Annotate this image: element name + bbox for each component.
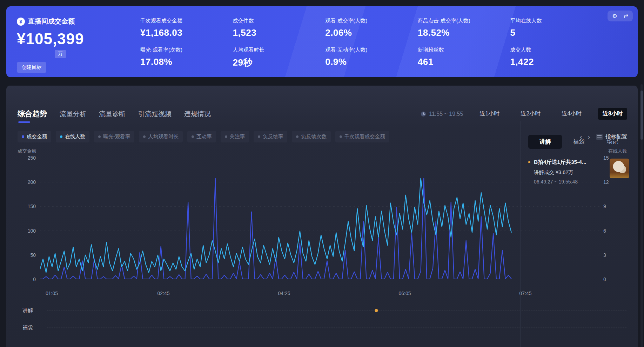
series-dot-icon (225, 135, 227, 138)
pill-label: 曝光-观看率 (103, 133, 130, 140)
metric-pills-scroller[interactable]: 成交金额 在线人数 曝光-观看率 人均观看时长 互动率 关注率 负反馈率 (18, 131, 575, 142)
metric-label: 观看-互动率(人数) (325, 47, 411, 53)
pill-negative-feedback-count[interactable]: 负反馈次数 (292, 131, 331, 142)
series-dot-icon (296, 135, 298, 138)
pill-avg-watch-time[interactable]: 人均观看时长 (139, 131, 183, 142)
card-tools: ⚙ ⇄ (608, 11, 633, 21)
series-dot-icon (192, 135, 194, 138)
explain-gmv: 讲解成交 ¥3.62万 (534, 169, 606, 176)
metric-cell: 成交人数 1,422 (510, 47, 596, 69)
tab-short-video[interactable]: 引流短视频 (138, 109, 172, 122)
product-title: B拍4斤送1斤共35-4... (534, 159, 606, 166)
metric-value: 1,523 (233, 27, 318, 38)
pill-follow-rate[interactable]: 关注率 (221, 131, 249, 142)
metric-value: 461 (418, 56, 503, 67)
side-tab-luckybag[interactable]: 福袋 (562, 135, 596, 149)
side-panel: 讲解 福袋 场记 B拍4斤送1斤共35-4... 讲解成交 ¥3.62万 06:… (520, 121, 638, 347)
metric-value: 2.06% (325, 27, 411, 38)
product-thumbnail (610, 159, 629, 178)
metric-value: 1,422 (510, 56, 596, 67)
range-1h-button[interactable]: 近1小时 (475, 108, 504, 120)
plot-area[interactable] (40, 158, 601, 279)
panel-header: 综合趋势 流量分析 流量诊断 引流短视频 违规情况 11:55 ~ 19:55 … (6, 86, 638, 122)
pill-label: 负反馈次数 (301, 133, 327, 140)
range-2h-button[interactable]: 近2小时 (516, 108, 545, 120)
tick-label: 0 (33, 276, 36, 282)
left-axis-title: 成交金额 (18, 148, 36, 154)
tab-overall-trend[interactable]: 综合趋势 (18, 109, 47, 122)
gmv-value: ¥105,399 (17, 30, 122, 48)
scrollbar-thumb[interactable] (640, 91, 643, 140)
metric-cell: 曝光-观看率(次数) 17.08% (140, 47, 226, 69)
range-4h-button[interactable]: 近4小时 (557, 108, 586, 120)
metric-label: 观看-成交率(人数) (325, 18, 411, 24)
tick-label: 200 (28, 179, 36, 185)
range-8h-button[interactable]: 近8小时 (598, 108, 627, 120)
product-bullet-dot (528, 161, 530, 163)
series-dot-icon (22, 135, 24, 138)
metric-label: 商品点击-成交率(人数) (418, 18, 503, 24)
pill-gmv[interactable]: 成交金额 (18, 131, 51, 142)
gmv-title: 直播间成交金额 (28, 17, 75, 26)
metric-label: 曝光-观看率(次数) (140, 47, 226, 53)
pill-negative-feedback-rate[interactable]: 负反馈率 (254, 131, 287, 142)
explain-time-range: 06:49:27 ~ 19:55:48 (534, 179, 606, 185)
tab-violations[interactable]: 违规情况 (184, 109, 211, 122)
metric-cell: 新增粉丝数 461 (418, 47, 503, 69)
metric-label: 成交人数 (510, 47, 596, 53)
pill-label: 千次观看成交金额 (344, 133, 385, 140)
series-dot-icon (340, 135, 342, 138)
pill-online-users[interactable]: 在线人数 (56, 131, 89, 142)
metric-cell: 观看-成交率(人数) 2.06% (325, 18, 411, 38)
metric-value: ¥1,168.03 (140, 27, 226, 38)
gear-icon[interactable]: ⚙ (612, 13, 617, 19)
gmv-unit-badge: 万 (55, 50, 66, 58)
timeline-row-label: 讲解 (22, 307, 47, 314)
tick-label: 50 (30, 252, 36, 258)
gmv-goal-block: ¥ 直播间成交金额 ¥105,399 万 创建目标 (6, 6, 122, 77)
tick-label: 150 (28, 203, 36, 209)
metric-label: 成交件数 (233, 18, 318, 24)
pill-label: 在线人数 (65, 133, 85, 140)
pill-exposure-view-rate[interactable]: 曝光-观看率 (94, 131, 134, 142)
tick-label: 100 (28, 228, 36, 234)
explain-list-item[interactable]: B拍4斤送1斤共35-4... 讲解成交 ¥3.62万 06:49:27 ~ 1… (528, 159, 629, 185)
yen-circle-icon: ¥ (17, 18, 25, 26)
tick-label: 250 (28, 155, 36, 161)
metric-cell: 千次观看成交金额 ¥1,168.03 (140, 18, 226, 38)
clock-icon (421, 111, 426, 117)
series-dot-icon (258, 135, 260, 138)
pill-label: 互动率 (196, 133, 212, 140)
tab-traffic-analysis[interactable]: 流量分析 (60, 109, 86, 122)
pill-label: 关注率 (230, 133, 245, 140)
pill-label: 成交金额 (27, 133, 47, 140)
metric-label: 人均观看时长 (233, 47, 318, 53)
trend-tabs: 综合趋势 流量分析 流量诊断 引流短视频 违规情况 (18, 109, 211, 122)
tab-traffic-diagnosis[interactable]: 流量诊断 (99, 109, 126, 122)
metrics-grid: 千次观看成交金额 ¥1,168.03 成交件数 1,523 观看-成交率(人数)… (122, 6, 638, 77)
trend-lines-svg (40, 158, 601, 279)
metric-label: 千次观看成交金额 (140, 18, 226, 24)
side-tab-explain[interactable]: 讲解 (528, 135, 562, 149)
create-goal-button[interactable]: 创建目标 (17, 62, 46, 73)
pill-interaction-rate[interactable]: 互动率 (187, 131, 216, 142)
pill-gpm[interactable]: 千次观看成交金额 (335, 131, 389, 142)
pill-label: 人均观看时长 (148, 133, 179, 140)
metric-value: 5 (510, 27, 596, 38)
metric-label: 新增粉丝数 (418, 47, 503, 53)
side-tab-log[interactable]: 场记 (596, 135, 629, 149)
tick-label: 02:45 (157, 291, 169, 296)
side-tabs: 讲解 福袋 场记 (528, 135, 629, 149)
series-dot-icon (60, 135, 62, 138)
tick-label: 01:05 (46, 291, 58, 296)
timeline-row-label: 福袋 (22, 324, 47, 331)
trend-panel: 综合趋势 流量分析 流量诊断 引流短视频 违规情况 11:55 ~ 19:55 … (6, 86, 638, 347)
tick-label: 04:25 (278, 291, 290, 296)
metric-value: 29秒 (233, 56, 318, 69)
time-range: 11:55 ~ 19:55 (421, 111, 463, 117)
explain-marker-dot[interactable] (375, 309, 378, 312)
metric-value: 18.52% (418, 27, 503, 38)
series-dot-icon (98, 135, 101, 138)
swap-icon[interactable]: ⇄ (624, 13, 628, 19)
metric-cell: 成交件数 1,523 (233, 18, 318, 38)
